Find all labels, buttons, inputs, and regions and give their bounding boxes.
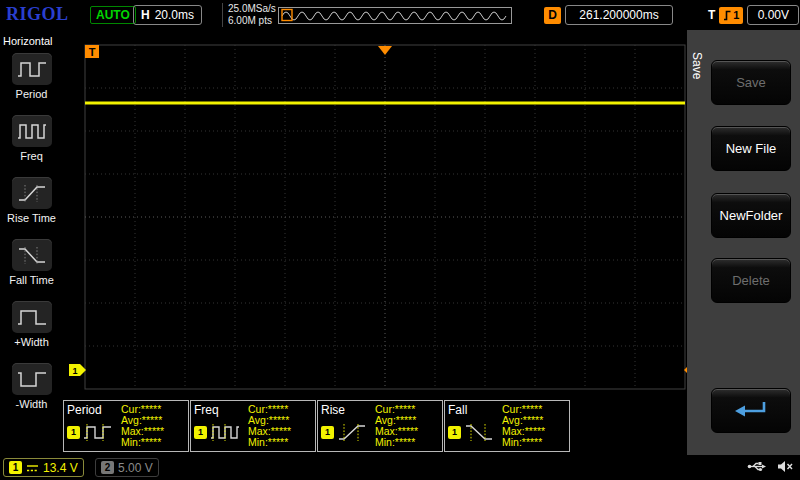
fall-time-icon [12,239,52,271]
delay-badge: D [544,7,561,24]
memory-waveform-icon [279,8,511,23]
horizontal-label: H [141,8,150,22]
menu-back-button[interactable] [711,388,791,433]
sidebar-item-label: Period [16,88,48,100]
plus-width-icon [12,301,52,333]
ch1-status[interactable]: 1 13.4 V [3,458,84,477]
grid-center-lines [85,45,685,389]
fall-meas-icon [464,421,494,443]
trigger-source-badge: 1 [719,7,743,24]
sidebar-item-fall-time[interactable]: Fall Time [9,239,54,286]
sidebar-item-label: Rise Time [7,212,56,224]
source-badge: 1 [67,426,80,439]
menu-tab-save: Save [690,52,704,79]
measurement-name: Period [67,403,121,417]
sidebar-item-plus-width[interactable]: +Width [12,301,52,348]
memory-depth: 6.00M pts [228,15,276,27]
delay-readout: D 261.200000ms [544,5,673,25]
measurement-name: Freq [194,403,248,417]
oscilloscope-screen: RIGOL AUTO H 20.0ms 25.0MSa/s 6.00M pts … [0,0,800,480]
status-bar: 1 13.4 V 2 5.00 V [0,455,800,480]
new-folder-button[interactable]: NewFolder [711,193,791,238]
period-meas-icon [83,421,113,443]
sidebar-title: Horizontal [0,30,53,53]
ch1-badge: 1 [9,461,22,474]
sidebar-item-label: +Width [14,336,49,348]
sidebar-item-freq[interactable]: Freq [12,115,52,162]
sidebar-item-label: Fall Time [9,274,54,286]
horizontal-measure-sidebar: Horizontal Period Freq Rise Time [0,30,63,455]
rise-time-icon [12,177,52,209]
trigger-level-value: 0.00V [747,5,799,25]
sidebar-item-minus-width[interactable]: -Width [12,363,52,410]
trigger-edge-icon [723,10,732,21]
freq-icon [12,115,52,147]
display-window-marker [282,10,292,21]
measurement-fall: Fall 1 Cur:***** Avg:***** Max:***** Min… [444,400,570,452]
horizontal-readout: H 20.0ms [133,5,202,25]
ch1-level-marker[interactable]: 1 [69,364,86,376]
measurement-bar: Period 1 Cur:***** Avg:***** Max:***** M… [63,400,570,452]
sample-rate: 25.0MSa/s [228,3,276,15]
top-bar: RIGOL AUTO H 20.0ms 25.0MSa/s 6.00M pts … [0,0,800,30]
source-badge: 1 [194,426,207,439]
min-value: Min:***** [248,437,312,448]
sidebar-item-label: -Width [16,398,48,410]
source-badge: 1 [448,426,461,439]
measurement-freq: Freq 1 Cur:***** Avg:***** Max:***** Min… [190,400,316,452]
run-mode-badge: AUTO [90,6,136,24]
sidebar-item-period[interactable]: Period [12,53,52,100]
minus-width-icon [12,363,52,395]
usb-icon [747,460,767,473]
new-file-button[interactable]: New File [711,126,791,171]
measurement-period: Period 1 Cur:***** Avg:***** Max:***** M… [63,400,189,452]
ch2-scale: 5.00 V [118,461,153,475]
rise-meas-icon [337,421,367,443]
trigger-status-marker: T [85,45,99,58]
waveform-display: T 1 T [64,38,704,396]
save-menu-panel: Save Save New File NewFolder Delete [687,30,800,456]
min-value: Min:***** [121,437,185,448]
dc-coupling-icon [26,463,39,473]
trigger-source: 1 [733,9,739,21]
speaker-muted-icon [777,460,794,473]
ch2-badge: 2 [101,461,114,474]
delete-button[interactable]: Delete [711,258,791,303]
source-badge: 1 [321,426,334,439]
measurement-name: Rise [321,403,375,417]
min-value: Min:***** [502,437,566,448]
period-icon [12,53,52,85]
rigol-logo: RIGOL [6,4,69,25]
svg-text:T: T [89,46,96,58]
sidebar-item-label: Freq [20,150,43,162]
trigger-readout: T 1 0.00V [708,5,799,25]
min-value: Min:***** [375,437,439,448]
acquisition-readout: 25.0MSa/s 6.00M pts [222,3,276,27]
sidebar-item-rise-time[interactable]: Rise Time [7,177,56,224]
delay-value: 261.200000ms [565,5,673,25]
measurement-rise: Rise 1 Cur:***** Avg:***** Max:***** Min… [317,400,443,452]
trigger-position-marker[interactable] [378,46,392,55]
svg-text:1: 1 [72,366,77,376]
return-arrow-icon [731,397,771,425]
waveform-position-bar [278,7,512,24]
timebase-value: 20.0ms [155,8,194,22]
trigger-label: T [708,8,715,22]
measurement-name: Fall [448,403,502,417]
ch1-scale: 13.4 V [43,461,78,475]
save-button[interactable]: Save [711,60,791,105]
ch2-status[interactable]: 2 5.00 V [95,458,159,477]
freq-meas-icon [210,421,240,443]
